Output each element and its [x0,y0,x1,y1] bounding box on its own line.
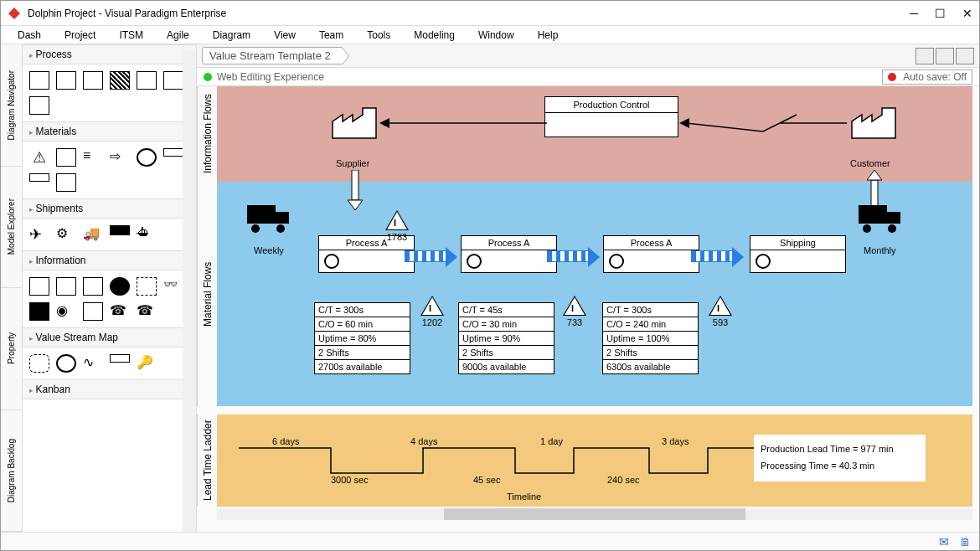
timeline-label: Timeline [507,492,541,502]
menu-agile[interactable]: Agile [167,29,189,41]
lead-time-summary[interactable]: Production Lead Time = 977 min Processin… [754,435,926,481]
minimize-button[interactable]: ─ [910,7,918,20]
maximize-button[interactable]: ☐ [935,7,946,20]
menu-diagram[interactable]: Diagram [213,29,250,41]
palette-dot-icon[interactable] [110,277,130,296]
metrics-3[interactable]: C/T = 300sC/O = 240 minUptime = 100%2 Sh… [602,302,699,374]
palette-section-information[interactable]: Information [23,250,196,270]
svg-point-11 [276,224,285,233]
process-3[interactable]: Process A [603,235,699,273]
menu-itsm[interactable]: ITSM [119,29,143,41]
palette-scrollbar[interactable] [183,51,196,532]
palette-bar-icon[interactable] [163,148,183,157]
menu-dash[interactable]: Dash [18,29,41,41]
doc-icon[interactable]: 🗎 [959,535,971,548]
push-arrow-1[interactable] [405,250,446,262]
window-controls: ─ ☐ ✕ [910,7,972,20]
palette-cloud-icon[interactable] [29,354,49,373]
menu-team[interactable]: Team [319,29,343,41]
palette-bar2-icon[interactable] [110,354,130,363]
tab-diagram-backlog[interactable]: Diagram Backlog [1,410,22,533]
menu-help[interactable]: Help [538,29,559,41]
palette-box-icon[interactable] [83,71,103,90]
palette-phone2-icon[interactable]: ☎ [137,302,157,321]
palette-hatch-icon[interactable] [110,71,130,90]
palette-rail-icon[interactable] [110,225,130,235]
palette-section-shipments[interactable]: Shipments [23,198,196,219]
svg-point-15 [888,224,896,233]
palette-warn-icon[interactable]: ⚠ [29,148,49,167]
diagram-canvas[interactable]: Information Flows Material Flows Lead Ti… [197,86,979,532]
truck-monthly-icon[interactable] [859,203,902,234]
close-button[interactable]: ✕ [962,7,972,20]
tab-diagram-navigator[interactable]: Diagram Navigator [1,44,22,167]
palette-dashed-icon[interactable] [137,277,157,296]
tab-model-explorer[interactable]: Model Explorer [1,167,22,289]
autosave-toggle[interactable]: Auto save: Off [882,70,973,85]
inventory-3[interactable]: I733 [563,296,586,316]
canvas-h-scrollbar[interactable] [217,508,972,520]
palette-arrow-icon[interactable]: ⇨ [110,148,130,167]
metrics-1[interactable]: C/T = 300sC/O = 60 minUptime = 80%2 Shif… [314,302,410,374]
palette-book-icon[interactable] [29,302,49,321]
process-shipping[interactable]: Shipping [750,235,846,273]
palette-monitor-icon[interactable] [29,277,49,296]
tab-property[interactable]: Property [1,288,22,410]
mail-icon[interactable]: ✉ [939,535,949,548]
svg-rect-9 [276,212,289,224]
svg-marker-3 [679,118,689,128]
palette-factory-icon[interactable] [29,71,49,90]
palette-phone-icon[interactable]: ☎ [110,302,130,321]
palette-section-process[interactable]: Process [23,44,196,64]
menu-tools[interactable]: Tools [367,29,390,41]
palette-wave-icon[interactable]: ∿ [83,354,103,373]
menu-view[interactable]: View [274,29,296,41]
palette-plane-icon[interactable]: ✈ [29,225,49,244]
push-arrow-3[interactable] [691,250,733,262]
palette-arch2-icon[interactable] [56,148,76,167]
palette-glasses-icon[interactable]: 👓 [163,277,183,296]
breadcrumb[interactable]: Value Stream Template 2 [202,47,343,64]
inventory-4[interactable]: I593 [709,296,732,316]
weekly-label: Weekly [254,245,284,255]
truck-weekly-icon[interactable] [247,203,291,234]
menu-project[interactable]: Project [64,29,95,41]
palette-circle-icon[interactable] [137,148,157,167]
toolbar-new-button[interactable] [956,48,974,64]
palette-roll-icon[interactable] [29,173,49,182]
palette-stack-icon[interactable] [83,277,103,296]
metrics-2[interactable]: C/T = 45sC/O = 30 minUptime = 90%2 Shift… [458,302,554,374]
toolbar-fit-button[interactable] [936,48,954,64]
palette-key-icon[interactable]: 🔑 [137,354,157,373]
inventory-1[interactable]: I1783 [385,210,409,230]
menu-window[interactable]: Window [478,29,514,41]
palette-grid-icon[interactable] [56,173,76,192]
menu-modeling[interactable]: Modeling [414,29,455,41]
palette-truck-icon[interactable]: 🚚 [83,225,103,244]
tl-low-2: 45 sec [473,475,500,485]
tl-low-1: 3000 sec [331,475,369,485]
palette-lines-icon[interactable]: ≡ [83,148,103,167]
production-control-box[interactable]: Production Control [544,96,678,137]
canvas-status-left: Web Editing Experience [217,71,324,83]
palette-section-materials[interactable]: Materials [23,121,196,142]
palette-rect-icon[interactable] [56,277,76,296]
svg-point-14 [863,224,871,233]
palette-card-icon[interactable] [83,302,103,321]
process-2[interactable]: Process A [461,235,557,273]
palette-split-icon[interactable] [29,96,49,115]
palette-section-vsm[interactable]: Value Stream Map [23,327,196,348]
push-arrow-2[interactable] [547,250,589,262]
palette-ring-icon[interactable] [56,354,76,373]
supplier-factory-icon[interactable] [331,106,378,140]
palette-ship-icon[interactable]: ⛴ [137,225,157,244]
palette-section-kanban[interactable]: Kanban [23,379,196,399]
palette-table-icon[interactable] [56,71,76,90]
palette-rows-icon[interactable] [163,71,183,90]
customer-factory-icon[interactable] [850,106,897,140]
palette-arch-icon[interactable] [137,71,157,90]
palette-forklift-icon[interactable]: ⚙ [56,225,76,244]
toolbar-announce-button[interactable] [916,48,934,64]
inventory-2[interactable]: I1202 [420,296,444,316]
palette-person-icon[interactable]: ◉ [56,302,76,321]
